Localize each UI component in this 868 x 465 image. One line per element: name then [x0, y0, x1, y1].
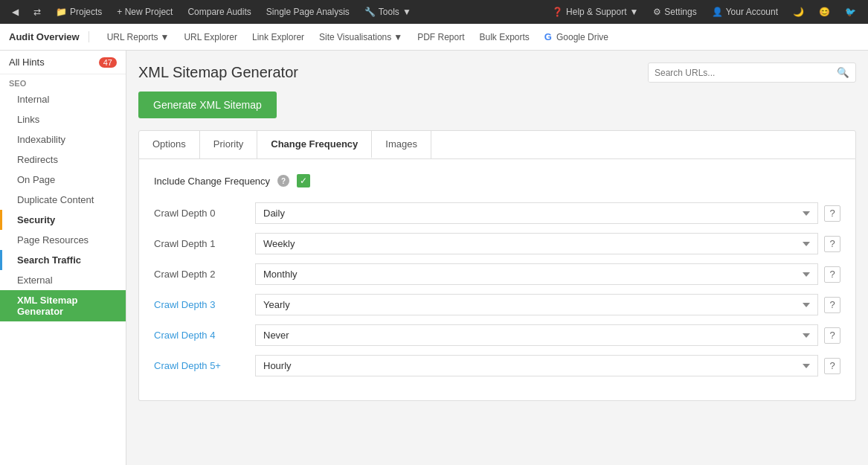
tools-button[interactable]: 🔧 Tools ▼ [359, 4, 417, 20]
search-url-container: 🔍 [648, 62, 856, 83]
tools-icon: 🔧 [364, 7, 376, 17]
sidebar-item-links[interactable]: Links [0, 109, 126, 129]
include-change-frequency-row: Include Change Frequency ? ✓ [154, 174, 840, 187]
generate-xml-button[interactable]: Generate XML Sitemap [138, 92, 277, 118]
second-navigation: Audit Overview URL Reports ▼ URL Explore… [0, 24, 868, 51]
emoji-button[interactable]: 😊 [813, 4, 836, 20]
tab-images[interactable]: Images [372, 131, 431, 158]
include-checkbox[interactable]: ✓ [297, 174, 310, 187]
crawl-help-button-1[interactable]: ? [824, 236, 840, 252]
search-button[interactable]: 🔍 [831, 63, 855, 82]
site-visualisations-button[interactable]: Site Visualisations ▼ [313, 28, 408, 47]
dark-mode-button[interactable]: 🌙 [787, 4, 810, 20]
crawl-help-button-5[interactable]: ? [824, 358, 840, 374]
tab-priority[interactable]: Priority [200, 131, 257, 158]
crawl-help-button-4[interactable]: ? [824, 327, 840, 344]
compare-audits-button[interactable]: Compare Audits [181, 4, 257, 20]
crawl-depth-label-3: Crawl Depth 3 [154, 299, 243, 310]
content-panel: Include Change Frequency ? ✓ Crawl Depth… [138, 159, 856, 401]
google-g-icon: G [544, 31, 552, 42]
crawl-depth-label-4: Crawl Depth 4 [154, 330, 243, 341]
crawl-row-2: Crawl Depth 2AlwaysHourlyDailyWeeklyMont… [154, 263, 840, 285]
crawl-row-4: Crawl Depth 4AlwaysHourlyDailyWeeklyMont… [154, 324, 840, 346]
crawl-help-button-2[interactable]: ? [824, 266, 840, 283]
crawl-select-wrap-1: AlwaysHourlyDailyWeeklyMonthlyYearlyNeve… [255, 233, 840, 254]
sidebar-item-redirects[interactable]: Redirects [0, 150, 126, 170]
sidebar-item-security[interactable]: Security [0, 210, 126, 230]
crawl-select-3[interactable]: AlwaysHourlyDailyWeeklyMonthlyYearlyNeve… [255, 294, 818, 315]
crawl-select-0[interactable]: AlwaysHourlyDailyWeeklyMonthlyYearlyNeve… [255, 202, 818, 224]
help-label: Help & Support [566, 7, 626, 17]
sidebar-item-page-resources[interactable]: Page Resources [0, 230, 126, 250]
site-vis-chevron: ▼ [393, 32, 402, 42]
crawl-help-button-0[interactable]: ? [824, 205, 840, 222]
single-page-button[interactable]: Single Page Analysis [260, 4, 356, 20]
tools-chevron-icon: ▼ [402, 7, 411, 17]
include-label: Include Change Frequency [154, 176, 270, 187]
tab-change-frequency[interactable]: Change Frequency [257, 131, 372, 158]
tab-options[interactable]: Options [139, 131, 200, 158]
settings-label: Settings [664, 7, 696, 17]
sidebar-item-internal[interactable]: Internal [0, 89, 126, 109]
sidebar-item-external[interactable]: External [0, 270, 126, 290]
crawl-row-5: Crawl Depth 5+AlwaysHourlyDailyWeeklyMon… [154, 355, 840, 376]
top-nav-right: ❓ Help & Support ▼ ⚙ Settings 👤 Your Acc… [546, 4, 862, 20]
page-title: XML Sitemap Generator [138, 64, 298, 81]
moon-icon: 🌙 [793, 7, 804, 17]
crawl-select-wrap-2: AlwaysHourlyDailyWeeklyMonthlyYearlyNeve… [255, 263, 840, 285]
sidebar-item-duplicate-content[interactable]: Duplicate Content [0, 190, 126, 210]
back-button[interactable]: ◀ [6, 4, 25, 20]
crawl-depth-label-0: Crawl Depth 0 [154, 208, 243, 219]
link-explorer-button[interactable]: Link Explorer [246, 28, 310, 47]
sidebar-item-search-traffic[interactable]: Search Traffic [0, 250, 126, 270]
pdf-report-button[interactable]: PDF Report [411, 28, 470, 47]
top-navigation: ◀ ⇄ 📁 Projects + New Project Compare Aud… [0, 0, 868, 24]
folder-icon: 📁 [56, 7, 67, 17]
url-explorer-button[interactable]: URL Explorer [178, 28, 243, 47]
crawl-select-1[interactable]: AlwaysHourlyDailyWeeklyMonthlyYearlyNeve… [255, 233, 818, 254]
crawl-row-0: Crawl Depth 0AlwaysHourlyDailyWeeklyMont… [154, 202, 840, 224]
crawl-row-1: Crawl Depth 1AlwaysHourlyDailyWeeklyMont… [154, 233, 840, 254]
main-content: XML Sitemap Generator 🔍 Generate XML Sit… [126, 51, 868, 465]
url-reports-button[interactable]: URL Reports ▼ [101, 28, 176, 47]
account-button[interactable]: 👤 Your Account [706, 4, 784, 20]
twitter-icon: 🐦 [845, 7, 856, 17]
crawl-help-button-3[interactable]: ? [824, 297, 840, 313]
crawl-row-3: Crawl Depth 3AlwaysHourlyDailyWeeklyMont… [154, 294, 840, 315]
all-hints-item[interactable]: All Hints 47 [0, 51, 126, 74]
projects-button[interactable]: 📁 Projects [50, 4, 108, 20]
crawl-select-2[interactable]: AlwaysHourlyDailyWeeklyMonthlyYearlyNeve… [255, 263, 818, 285]
account-label: Your Account [726, 7, 778, 17]
include-help-icon[interactable]: ? [277, 175, 289, 187]
toggle-button[interactable]: ⇄ [28, 4, 47, 20]
sidebar-item-on-page[interactable]: On Page [0, 170, 126, 190]
new-project-button[interactable]: + New Project [111, 4, 179, 20]
crawl-rows-container: Crawl Depth 0AlwaysHourlyDailyWeeklyMont… [154, 202, 840, 376]
twitter-button[interactable]: 🐦 [839, 4, 862, 20]
sidebar-item-xml-sitemap[interactable]: XML Sitemap Generator [0, 290, 126, 321]
gear-icon: ⚙ [653, 7, 661, 17]
google-drive-button[interactable]: GGoogle Drive [539, 27, 614, 47]
sidebar-item-indexability[interactable]: Indexability [0, 129, 126, 150]
new-project-label: + New Project [117, 7, 173, 17]
url-reports-chevron: ▼ [161, 32, 170, 42]
crawl-select-5[interactable]: AlwaysHourlyDailyWeeklyMonthlyYearlyNeve… [255, 355, 818, 376]
crawl-depth-label-5: Crawl Depth 5+ [154, 360, 243, 371]
back-icon: ◀ [12, 7, 19, 17]
tools-label: Tools [379, 7, 399, 17]
crawl-select-wrap-4: AlwaysHourlyDailyWeeklyMonthlyYearlyNeve… [255, 324, 840, 346]
all-hints-badge: 47 [99, 57, 117, 68]
toggle-icon: ⇄ [33, 7, 41, 17]
single-page-label: Single Page Analysis [266, 7, 350, 17]
sidebar: All Hints 47 SEO Internal Links Indexabi… [0, 51, 126, 465]
search-url-input[interactable] [649, 64, 831, 82]
page-header: XML Sitemap Generator 🔍 [138, 62, 856, 83]
crawl-select-4[interactable]: AlwaysHourlyDailyWeeklyMonthlyYearlyNeve… [255, 324, 818, 346]
help-button[interactable]: ❓ Help & Support ▼ [546, 4, 644, 20]
audit-overview-label[interactable]: Audit Overview [9, 31, 89, 42]
smiley-icon: 😊 [819, 7, 830, 17]
settings-button[interactable]: ⚙ Settings [647, 4, 702, 20]
bulk-exports-button[interactable]: Bulk Exports [473, 28, 535, 47]
crawl-select-wrap-5: AlwaysHourlyDailyWeeklyMonthlyYearlyNeve… [255, 355, 840, 376]
compare-audits-label: Compare Audits [187, 7, 251, 17]
